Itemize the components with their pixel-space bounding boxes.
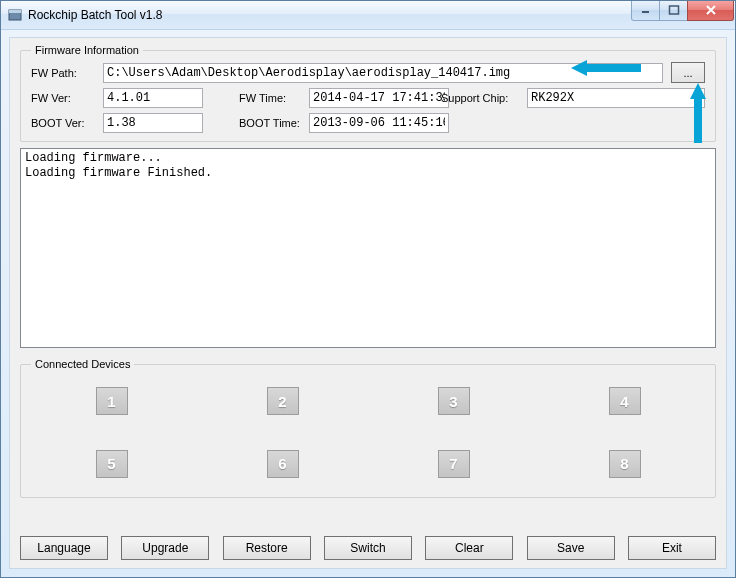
device-slot-1[interactable]: 1	[96, 387, 128, 415]
device-slot-3[interactable]: 3	[438, 387, 470, 415]
connected-devices-group: Connected Devices 1 2 3 4 5 6 7 8	[20, 358, 716, 498]
window-controls	[632, 1, 734, 21]
fw-ver-label: FW Ver:	[31, 92, 103, 104]
restore-button[interactable]: Restore	[223, 536, 311, 560]
browse-button[interactable]: ...	[671, 62, 705, 83]
language-button[interactable]: Language	[20, 536, 108, 560]
switch-button[interactable]: Switch	[324, 536, 412, 560]
minimize-button[interactable]	[631, 1, 660, 21]
log-area[interactable]: Loading firmware... Loading firmware Fin…	[20, 148, 716, 348]
fw-path-label: FW Path:	[31, 67, 103, 79]
device-slot-8[interactable]: 8	[609, 450, 641, 478]
support-chip-input[interactable]	[527, 88, 705, 108]
device-slot-5[interactable]: 5	[96, 450, 128, 478]
device-grid: 1 2 3 4 5 6 7 8	[31, 376, 705, 489]
svg-rect-3	[669, 6, 678, 14]
svg-rect-1	[9, 10, 21, 13]
boot-time-label: BOOT Time:	[239, 117, 309, 129]
firmware-info-legend: Firmware Information	[31, 44, 143, 56]
fw-path-input[interactable]	[103, 63, 663, 83]
fw-time-input[interactable]	[309, 88, 449, 108]
app-icon	[7, 7, 23, 23]
device-slot-2[interactable]: 2	[267, 387, 299, 415]
fw-ver-input[interactable]	[103, 88, 203, 108]
device-slot-4[interactable]: 4	[609, 387, 641, 415]
close-button[interactable]	[687, 1, 734, 21]
window-title: Rockchip Batch Tool v1.8	[28, 8, 632, 22]
support-chip-label: Support Chip:	[441, 92, 527, 104]
maximize-button[interactable]	[659, 1, 688, 21]
clear-button[interactable]: Clear	[425, 536, 513, 560]
boot-ver-input[interactable]	[103, 113, 203, 133]
device-slot-7[interactable]: 7	[438, 450, 470, 478]
boot-ver-label: BOOT Ver:	[31, 117, 103, 129]
titlebar: Rockchip Batch Tool v1.8	[1, 1, 735, 30]
fw-time-label: FW Time:	[239, 92, 309, 104]
app-window: Rockchip Batch Tool v1.8 Firmware Inform…	[0, 0, 736, 578]
connected-devices-legend: Connected Devices	[31, 358, 134, 370]
firmware-info-group: Firmware Information FW Path: ... FW Ver…	[20, 44, 716, 142]
save-button[interactable]: Save	[527, 536, 615, 560]
device-slot-6[interactable]: 6	[267, 450, 299, 478]
upgrade-button[interactable]: Upgrade	[121, 536, 209, 560]
svg-rect-2	[642, 11, 649, 13]
button-bar: Language Upgrade Restore Switch Clear Sa…	[20, 536, 716, 560]
client-area: Firmware Information FW Path: ... FW Ver…	[9, 37, 727, 569]
boot-time-input[interactable]	[309, 113, 449, 133]
exit-button[interactable]: Exit	[628, 536, 716, 560]
